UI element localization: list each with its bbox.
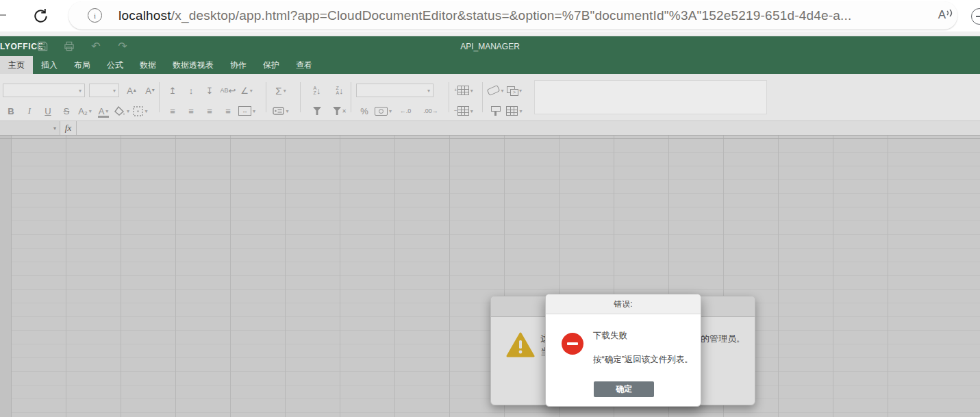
named-ranges-button[interactable]: ▾ (273, 103, 289, 118)
align-center-button[interactable]: ≡ (183, 103, 199, 118)
clear-button[interactable]: ▾ (488, 83, 504, 98)
valign-middle-button[interactable]: ↕ (183, 83, 199, 98)
percent-icon: % (360, 106, 368, 116)
chevron-down-icon: ▾ (53, 125, 56, 131)
sort-ascending-button[interactable]: AZ↓ (307, 83, 327, 98)
fill-color-button[interactable]: ▾ (114, 103, 130, 118)
browser-extension-icon-partial[interactable] (971, 8, 980, 25)
merge-cells-button[interactable]: ↔▾ (238, 103, 255, 118)
save-button[interactable] (36, 40, 49, 53)
align-left-button[interactable]: ≡ (164, 103, 181, 118)
strikethrough-button[interactable]: S (58, 103, 75, 118)
align-right-button[interactable]: ≡ (201, 103, 218, 118)
filter-button[interactable] (307, 103, 327, 118)
bold-icon: B (8, 106, 14, 116)
tab-view[interactable]: 查看 (288, 56, 321, 74)
url-path: /x_desktop/app.html?app=CloudDocumentEdi… (171, 8, 852, 23)
format-as-table-button[interactable]: ▾ (506, 103, 523, 118)
align-right-icon: ≡ (207, 106, 212, 116)
tab-layout[interactable]: 布局 (66, 56, 99, 74)
increase-decimal-button[interactable]: .00→ (419, 103, 442, 118)
tab-data[interactable]: 数据 (131, 56, 164, 74)
clear-filter-icon (333, 107, 341, 115)
chevron-down-icon: ▾ (427, 88, 430, 94)
tab-home[interactable]: 主页 (0, 56, 33, 74)
borders-button[interactable]: ▾ (132, 103, 149, 118)
font-color-button[interactable]: A▾ (95, 103, 112, 118)
chevron-down-icon: ▾ (286, 108, 288, 114)
clear-filter-button[interactable]: ✕ (329, 103, 350, 118)
delete-cells-button[interactable]: −▾ (453, 103, 473, 118)
number-format-combo[interactable]: ▾ (356, 84, 434, 97)
insert-function-button[interactable]: fx (60, 121, 77, 135)
currency-icon (375, 107, 388, 116)
error-dialog-titlebar[interactable]: 错误: (546, 294, 701, 314)
formula-input[interactable] (77, 121, 980, 135)
valign-bottom-button[interactable]: ↧ (201, 83, 218, 98)
tab-insert[interactable]: 插入 (33, 56, 66, 74)
insert-cells-icon (457, 86, 469, 95)
read-aloud-button[interactable]: A (938, 8, 953, 22)
decrease-font-icon: A (145, 86, 151, 96)
bold-button[interactable]: B (3, 103, 19, 118)
orientation-button[interactable]: ∠▾ (238, 83, 255, 98)
error-stop-icon (562, 333, 583, 355)
chevron-down-icon: ▾ (127, 108, 129, 114)
wrap-text-button[interactable]: AB↩ (220, 83, 236, 98)
tab-label: 布局 (74, 60, 90, 71)
decrease-decimal-icon: ←.0 (400, 108, 412, 114)
tab-pivot-table[interactable]: 数据透视表 (164, 56, 222, 74)
copy-style-button[interactable]: >▾ (506, 83, 523, 98)
fill-color-icon (114, 106, 125, 116)
tab-label: 查看 (296, 60, 312, 71)
decrease-decimal-button[interactable]: ←.0 (394, 103, 417, 118)
tab-protection[interactable]: 保护 (255, 56, 288, 74)
underline-button[interactable]: U (40, 103, 56, 118)
tab-label: 协作 (230, 60, 247, 71)
cell-styles-gallery[interactable] (534, 80, 767, 114)
valign-bottom-icon: ↧ (206, 86, 214, 96)
chevron-down-icon: ▾ (389, 108, 392, 114)
toolbar-separator (266, 82, 266, 112)
underline-icon: U (45, 106, 51, 116)
site-info-icon[interactable]: i (88, 8, 102, 23)
merge-cells-icon: ↔ (238, 106, 251, 116)
undo-button[interactable]: ↶ (89, 40, 103, 53)
valign-top-button[interactable]: ↥ (164, 83, 181, 98)
subscript-button[interactable]: A₂▾ (77, 103, 93, 118)
chevron-down-icon: ▾ (145, 108, 147, 114)
increase-decimal-icon: .00→ (423, 108, 438, 114)
paint-roller-button[interactable] (488, 103, 504, 118)
sort-descending-button[interactable]: ZA↓ (329, 83, 350, 98)
autosum-button[interactable]: Σ▾ (273, 83, 289, 98)
print-button[interactable] (62, 40, 76, 53)
save-icon (38, 41, 48, 51)
ok-button[interactable]: 确定 (594, 381, 654, 397)
read-aloud-icon: A (938, 8, 946, 22)
font-name-combo[interactable]: ▾ (3, 84, 85, 97)
font-size-combo[interactable]: ▾ (89, 84, 119, 97)
error-dialog-title: 错误: (614, 299, 632, 310)
tab-collaboration[interactable]: 协作 (222, 56, 255, 74)
error-message-line1: 下载失败 (593, 330, 627, 342)
down-arrow-icon: ↓ (339, 86, 344, 96)
tab-formula[interactable]: 公式 (99, 56, 131, 74)
currency-style-button[interactable]: ▾ (375, 103, 392, 118)
chevron-down-icon: ▾ (470, 88, 473, 94)
reload-button[interactable] (30, 5, 51, 26)
tab-label: 插入 (41, 60, 58, 71)
error-message-line2: 按“确定”返回该文件列表。 (593, 354, 693, 366)
italic-button[interactable]: I (21, 103, 38, 118)
url-bar[interactable]: i localhost/x_desktop/app.html?app=Cloud… (68, 1, 957, 29)
justify-button[interactable]: ≡ (220, 103, 236, 118)
url-text[interactable]: localhost/x_desktop/app.html?app=CloudDo… (118, 8, 852, 23)
insert-cells-button[interactable]: +▾ (453, 83, 473, 98)
percent-style-button[interactable]: % (356, 103, 373, 118)
back-arrow-partial-icon (0, 14, 6, 16)
increase-font-button[interactable]: A▴ (123, 83, 140, 98)
delete-cells-icon (457, 106, 469, 116)
down-arrow-icon: ▾ (152, 88, 155, 93)
decrease-font-button[interactable]: A▾ (142, 83, 158, 98)
cell-name-box[interactable]: ▾ (0, 121, 60, 135)
redo-button[interactable]: ↷ (116, 40, 129, 53)
